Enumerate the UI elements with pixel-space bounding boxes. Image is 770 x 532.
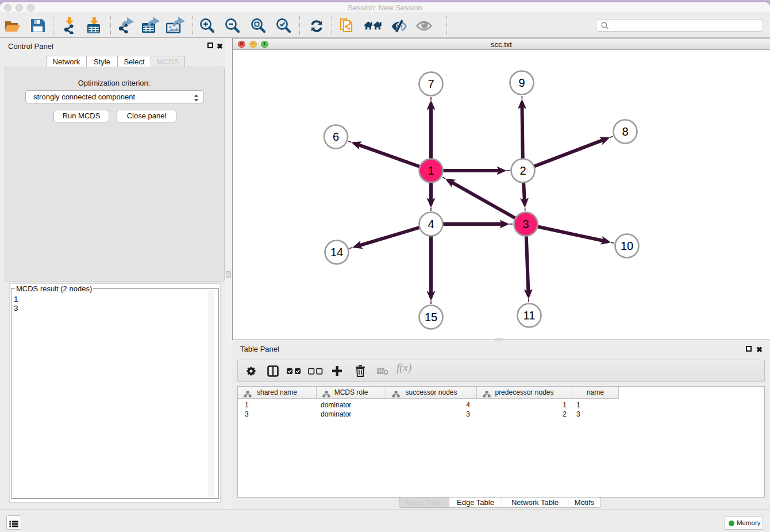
svg-text:6: 6 (333, 130, 339, 143)
svg-text:1: 1 (428, 164, 434, 177)
svg-text:9: 9 (518, 76, 525, 89)
svg-text:4: 4 (428, 218, 434, 230)
svg-text:11: 11 (523, 309, 536, 322)
svg-text:3: 3 (522, 218, 529, 230)
svg-text:8: 8 (622, 125, 628, 138)
svg-text:14: 14 (330, 246, 343, 259)
svg-text:2: 2 (519, 164, 526, 177)
svg-text:7: 7 (428, 78, 434, 90)
svg-text:15: 15 (425, 311, 437, 323)
svg-text:10: 10 (621, 240, 633, 252)
